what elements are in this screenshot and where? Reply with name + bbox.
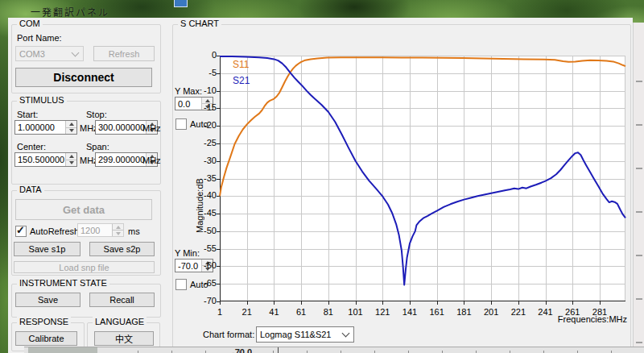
spin-down-icon[interactable] [65, 127, 76, 135]
com-port-select[interactable]: COM3 [15, 46, 84, 61]
spin-up-icon[interactable] [65, 153, 76, 160]
x-tick-label: 201 [477, 307, 505, 317]
save-s2p-button-label: Save s2p [104, 244, 141, 254]
background-window-title: 一発翻訳パネル [31, 5, 184, 18]
chart-format-label: Chart format: [203, 330, 254, 339]
x-tick-label: 21 [233, 307, 261, 317]
s11-trace [220, 57, 625, 196]
instrument-state-title: INSTRUMENT STATE [17, 278, 109, 288]
language-button-label: 中文 [115, 332, 133, 345]
x-tick-label: 101 [342, 307, 369, 317]
span-value[interactable]: 299.000000 [96, 153, 146, 166]
x-tick-label: 1 [206, 307, 233, 317]
get-data-button-label: Get data [63, 204, 105, 216]
fragment-text: -70.0 [232, 347, 252, 353]
save-s2p-button[interactable]: Save s2p [89, 242, 155, 256]
spin-up-icon[interactable] [65, 121, 76, 127]
refresh-button[interactable]: Refresh [93, 46, 155, 61]
autorefresh-label: AutoRefresh [30, 226, 79, 236]
disconnect-button-label: Disconnect [53, 71, 114, 84]
stop-unit-label: MHz [142, 123, 161, 133]
response-group-title: RESPONSE [17, 317, 71, 326]
x-axis-title: Frequencies:MHz [558, 314, 627, 324]
stop-value[interactable]: 300.000000 [96, 121, 146, 134]
spin-down-icon[interactable] [65, 160, 76, 167]
interval-unit-label: ms [128, 226, 140, 236]
get-data-button[interactable]: Get data [15, 199, 152, 220]
instrument-state-groupbox: INSTRUMENT STATE Save Recall [11, 284, 161, 318]
autorefresh-checkbox[interactable] [15, 226, 27, 237]
scrollbar-marks [636, 39, 642, 345]
data-group-title: DATA [17, 185, 44, 194]
x-tick-label: 121 [369, 307, 396, 317]
com-groupbox: COM Port Name: COM3 Refresh Disconnect [11, 24, 161, 93]
y-tick-label: -50 [173, 226, 217, 236]
refresh-interval-spinner[interactable]: 1200 [77, 223, 124, 237]
language-button[interactable]: 中文 [94, 331, 154, 346]
chart-legend: S11 S21 [233, 59, 250, 86]
y-tick-label: -25 [173, 138, 217, 148]
load-snp-button[interactable]: Load snp file [14, 261, 155, 273]
language-group-title: LANGUAGE [93, 317, 147, 326]
load-snp-button-label: Load snp file [59, 263, 109, 272]
center-value[interactable]: 150.500000 [15, 153, 65, 166]
background-window-fragment: -70.0 [24, 347, 644, 353]
y-tick-label: -65 [173, 278, 217, 289]
refresh-interval-value[interactable]: 1200 [78, 224, 112, 236]
vna-app-window: COM Port Name: COM3 Refresh Disconnect S… [8, 18, 633, 353]
save-state-button[interactable]: Save [15, 293, 80, 307]
start-spinner[interactable]: 1.000000 [14, 120, 77, 135]
stimulus-group-title: STIMULUS [17, 95, 67, 105]
x-tick-label: 81 [315, 307, 342, 317]
background-scrollbar[interactable] [633, 23, 644, 353]
x-tick-label: 221 [505, 307, 532, 317]
y-tick-label: -60 [173, 260, 217, 271]
spin-down-icon[interactable] [112, 230, 123, 236]
span-unit-label: MHz [142, 156, 161, 165]
start-label: Start: [17, 110, 38, 119]
x-tick-label: 161 [423, 307, 451, 317]
y-tick-label: -45 [173, 208, 217, 218]
port-name-label: Port Name: [17, 33, 62, 43]
chevron-down-icon [342, 330, 350, 338]
y-tick-label: -15 [173, 102, 217, 113]
start-value[interactable]: 1.000000 [15, 121, 65, 134]
calibrate-button[interactable]: Calibrate [15, 331, 77, 346]
y-tick-label: -70 [173, 296, 217, 306]
save-s1p-button[interactable]: Save s1p [14, 242, 80, 256]
chart-format-select[interactable]: Logmag S11&S21 [256, 326, 354, 343]
background-app-icon [174, 0, 188, 7]
y-tick-label: -35 [173, 173, 217, 184]
save-state-button-label: Save [38, 295, 58, 305]
y-tick-label: -10 [173, 85, 217, 96]
chart-format-value: Logmag S11&S21 [260, 330, 331, 339]
x-tick-label: 241 [532, 307, 559, 317]
com-group-title: COM [17, 19, 43, 28]
s-chart-groupbox: S CHART Y Max: 0.0 Auto Magnitude:dB Y M… [172, 24, 631, 350]
s-chart-plot [220, 56, 625, 301]
y-tick-label: 0 [173, 50, 217, 60]
save-s1p-button-label: Save s1p [29, 244, 66, 254]
data-groupbox: DATA Get data AutoRefresh 1200 ms Save s… [11, 190, 161, 276]
recall-state-button-label: Recall [109, 295, 134, 305]
y-tick-label: -40 [173, 190, 217, 201]
center-spinner[interactable]: 150.500000 [14, 152, 77, 167]
fragment-divider [278, 347, 279, 353]
chevron-down-icon [72, 48, 80, 56]
span-label: Span: [86, 142, 109, 152]
spin-up-icon[interactable] [112, 224, 123, 230]
calibrate-button-label: Calibrate [28, 334, 64, 343]
y-tick-label: -5 [173, 68, 217, 78]
s-chart-group-title: S CHART [178, 19, 221, 28]
x-tick-label: 61 [287, 307, 315, 317]
s-parameter-chart [220, 56, 625, 301]
stop-label: Stop: [86, 110, 107, 119]
recall-state-button[interactable]: Recall [89, 293, 155, 307]
y-tick-label: -55 [173, 243, 217, 254]
disconnect-button[interactable]: Disconnect [15, 68, 152, 87]
legend-s11: S11 [233, 59, 250, 70]
stimulus-groupbox: STIMULUS Start: Stop: 1.000000 MHz 300.0… [11, 101, 161, 185]
y-tick-label: -20 [173, 120, 217, 131]
x-tick-label: 141 [396, 307, 423, 317]
refresh-button-label: Refresh [109, 49, 140, 59]
